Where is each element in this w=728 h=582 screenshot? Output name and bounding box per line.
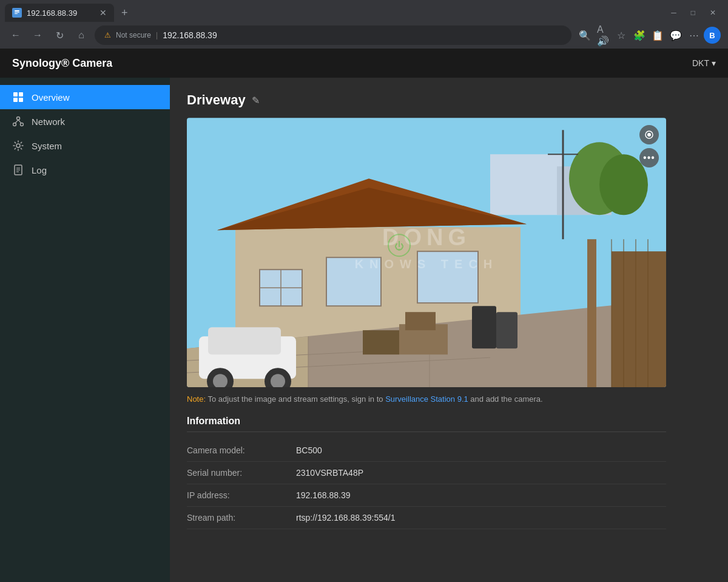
search-icon[interactable]: 🔍 [576,27,593,44]
address-text: 192.168.88.39 [163,30,217,40]
svg-rect-50 [496,312,517,348]
camera-title: Driveway ✎ [187,92,711,108]
svg-rect-1 [15,10,19,12]
svg-rect-38 [612,251,666,387]
minimize-button[interactable]: ─ [664,6,684,19]
edit-icon[interactable]: ✎ [252,95,260,106]
user-menu[interactable]: DKT ▾ [692,58,716,68]
stream-path-label: Stream path: [187,513,296,523]
ip-address-label: IP address: [187,490,296,500]
table-row: Serial number: 2310VSRBTA48P [187,462,666,484]
window-controls: ─ □ ✕ [664,6,723,19]
table-row: Stream path: rtsp://192.168.88.39:554/1 [187,507,666,529]
svg-rect-53 [363,330,399,354]
sidebar-item-system[interactable]: System [0,134,170,158]
svg-text:⏻: ⏻ [394,241,404,251]
serial-number-value: 2310VSRBTA48P [296,468,363,478]
info-table: Camera model: BC500 Serial number: 2310V… [187,439,666,529]
svg-rect-2 [15,12,19,13]
collections-icon[interactable]: 📋 [649,27,666,44]
note-text: Note: To adjust the image and stream set… [187,394,666,404]
snapshot-button[interactable] [639,125,659,144]
tab-title: 192.168.88.39 [27,8,95,18]
toolbar-icons: 🔍 A🔊 ☆ 🧩 📋 💬 ⋯ B [576,27,721,44]
svg-line-12 [18,120,21,124]
info-section-title: Information [187,416,666,432]
surveillance-station-link[interactable]: Surveillance Station 9.1 [385,394,468,404]
camera-feed: DONG KNOWS TECH ⏻ ••• [187,118,666,387]
svg-point-9 [13,123,16,126]
divider: | [156,31,158,39]
close-button[interactable]: ✕ [703,6,723,19]
main-content: Driveway ✎ [170,78,728,582]
home-button[interactable]: ⌂ [73,27,90,44]
note-label: Note: [187,394,206,404]
svg-rect-6 [13,98,18,102]
overview-icon [12,91,24,103]
svg-text:KNOWS TECH: KNOWS TECH [355,257,499,271]
browser-essentials-icon[interactable]: 💬 [667,27,684,44]
sidebar-item-log[interactable]: Log [0,158,170,182]
note-body: To adjust the image and stream settings,… [207,394,385,404]
app-logo: Synology® Camera [12,57,112,70]
svg-line-11 [15,120,18,124]
refresh-button[interactable]: ↻ [51,27,68,44]
maximize-button[interactable]: □ [684,6,703,19]
svg-point-61 [647,133,651,137]
camera-model-value: BC500 [296,445,322,455]
sidebar-item-overview[interactable]: Overview [0,85,170,109]
svg-rect-49 [472,306,496,348]
more-options-button[interactable]: ••• [639,148,659,167]
table-row: IP address: 192.168.88.39 [187,484,666,507]
camera-model-label: Camera model: [187,445,296,455]
note-suffix: and add the camera. [470,394,542,404]
camera-name: Driveway [187,92,246,108]
serial-number-label: Serial number: [187,468,296,478]
camera-scene: DONG KNOWS TECH ⏻ [187,118,666,387]
svg-rect-4 [13,92,18,96]
stream-path-value: rtsp://192.168.88.39:554/1 [296,513,395,523]
address-input[interactable]: ⚠ Not secure | 192.168.88.39 [95,25,571,45]
read-aloud-icon[interactable]: A🔊 [595,27,612,44]
sidebar: Overview Network [0,78,170,582]
lock-icon: ⚠ [104,31,111,39]
extensions-icon[interactable]: 🧩 [631,27,648,44]
address-bar: ← → ↻ ⌂ ⚠ Not secure | 192.168.88.39 🔍 A… [0,22,728,49]
camera-controls: ••• [639,125,659,167]
doc-icon [12,164,24,176]
tab-favicon-icon [12,8,22,18]
svg-point-13 [16,144,20,147]
gear-icon [12,140,24,152]
app-container: Synology® Camera DKT ▾ Overview [0,49,728,582]
profile-button[interactable]: B [704,27,721,44]
back-button[interactable]: ← [7,27,24,44]
svg-rect-52 [405,312,436,330]
tab-close-icon[interactable]: ✕ [99,8,107,18]
svg-rect-19 [490,154,563,215]
title-bar: 192.168.88.39 ✕ + ─ □ ✕ [0,0,728,22]
svg-point-10 [21,123,24,126]
table-row: Camera model: BC500 [187,439,666,462]
ip-address-value: 192.168.88.39 [296,490,351,500]
svg-rect-37 [587,239,596,387]
forward-button[interactable]: → [29,27,46,44]
svg-rect-7 [19,98,23,102]
info-section: Information Camera model: BC500 Serial n… [187,416,666,529]
not-secure-label: Not secure [116,31,151,39]
new-tab-button[interactable]: + [116,4,133,22]
sidebar-item-network[interactable]: Network [0,109,170,134]
svg-point-8 [17,117,20,120]
browser-tab[interactable]: 192.168.88.39 ✕ [5,4,114,22]
svg-rect-44 [208,327,281,354]
svg-rect-5 [19,92,23,96]
app-header: Synology® Camera DKT ▾ [0,49,728,78]
network-icon [12,115,24,127]
favorites-icon[interactable]: ☆ [613,27,630,44]
svg-rect-3 [15,13,18,14]
app-body: Overview Network [0,78,728,582]
more-menu-icon[interactable]: ⋯ [686,27,703,44]
